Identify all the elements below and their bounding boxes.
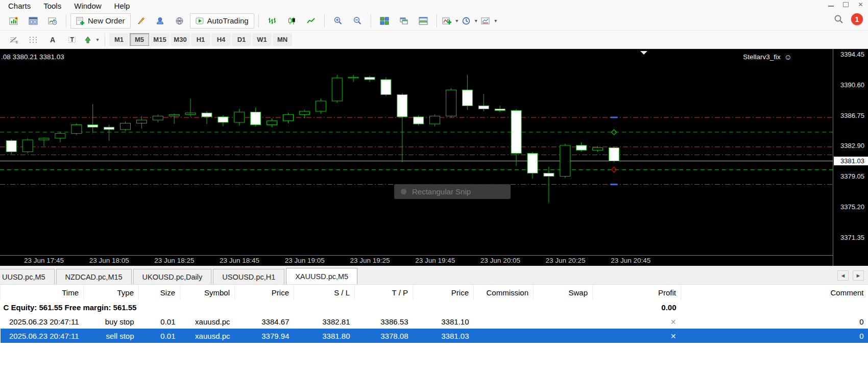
- order-row[interactable]: 2025.06.23 20:47:11sell stop0.01xauusd.p…: [1, 329, 868, 343]
- search-icon[interactable]: [834, 14, 844, 24]
- new-order-label: New Order: [88, 16, 125, 25]
- periods-button[interactable]: ▾: [461, 13, 479, 29]
- tile-horizontal-button[interactable]: [414, 13, 432, 29]
- order-type: buy stop: [84, 314, 139, 329]
- time-axis[interactable]: 23 Jun 17:4523 Jun 18:0523 Jun 18:2523 J…: [0, 256, 833, 266]
- order-commission: [474, 329, 534, 343]
- order-price: 3379.94: [235, 329, 294, 343]
- grid-button[interactable]: [24, 32, 42, 47]
- timeframe-button-m30[interactable]: M30: [171, 33, 190, 46]
- label-tool-button[interactable]: T: [63, 32, 81, 47]
- order-row[interactable]: 2025.06.23 20:47:11buy stop0.01xauusd.pc…: [1, 314, 868, 329]
- line-chart-mode-button[interactable]: [302, 13, 320, 29]
- candle-body-down: [462, 90, 472, 106]
- candle-body-down: [609, 148, 619, 161]
- profiles-icon: [29, 17, 38, 25]
- tab-scroll-right-icon[interactable]: ►: [853, 270, 864, 281]
- candle-body-up: [234, 112, 245, 122]
- price-axis-label: 3379.05: [840, 172, 864, 180]
- chart-tab-uusd-pc-m5[interactable]: UUSD.pc,M5: [0, 269, 55, 284]
- menu-items: ChartsToolsWindowHelp: [8, 1, 142, 11]
- timeframe-button-h4[interactable]: H4: [211, 33, 231, 46]
- new-chart-icon: [9, 17, 18, 25]
- candle-body-up: [55, 134, 65, 138]
- toolbar-separator: [66, 14, 66, 28]
- fibonacci-retracement-button[interactable]: E: [5, 32, 23, 47]
- close-button[interactable]: ✕: [857, 2, 864, 8]
- maximize-icon: [843, 2, 849, 7]
- toolbar-separator: [324, 14, 325, 28]
- delete-order-button[interactable]: ✕: [670, 318, 677, 326]
- menu-item-charts[interactable]: Charts: [8, 1, 37, 11]
- candle-body-up: [120, 123, 131, 129]
- indicators-dropdown-arrow-icon[interactable]: ▾: [455, 18, 458, 23]
- chart-tab-nzdcad-pc-m15[interactable]: NZDCAD.pc,M15: [56, 269, 132, 284]
- cascade-windows-button[interactable]: [395, 13, 413, 29]
- indicators-button[interactable]: ▾: [441, 13, 460, 29]
- new-chart-button[interactable]: [5, 13, 23, 29]
- fibonacci-retracement-icon: E: [9, 36, 18, 44]
- candle-body-up: [267, 121, 277, 125]
- tile-windows-button[interactable]: [375, 13, 394, 29]
- time-axis-label: 23 Jun 19:45: [402, 257, 468, 264]
- zoom-in-button[interactable]: [329, 13, 347, 29]
- text-tool-button[interactable]: A: [43, 32, 62, 47]
- price-axis-label: 3390.60: [840, 81, 864, 89]
- candle-body-down: [381, 80, 391, 95]
- tab-scroll-controls: ◄ ►: [837, 270, 864, 281]
- notifications-badge[interactable]: 1: [851, 13, 863, 25]
- toolbar-separator: [371, 14, 371, 28]
- timeframe-button-m1[interactable]: M1: [109, 33, 129, 46]
- maximize-button[interactable]: [842, 2, 849, 8]
- arrows-tool-button[interactable]: ▾: [82, 32, 101, 47]
- menu-item-help[interactable]: Help: [114, 1, 137, 11]
- candle-body-down: [251, 112, 261, 125]
- new-order-button[interactable]: New Order: [70, 13, 131, 29]
- timeframe-button-m15[interactable]: M15: [150, 33, 170, 46]
- timeframe-button-h1[interactable]: H1: [191, 33, 210, 46]
- expert-advisors-button[interactable]: [151, 13, 170, 29]
- toolbar-separator: [437, 14, 437, 28]
- time-axis-label: 23 Jun 19:05: [272, 257, 338, 264]
- order-symbol: xauusd.pc: [180, 314, 235, 329]
- templates-dropdown-arrow-icon[interactable]: ▾: [494, 18, 497, 23]
- menu-item-window[interactable]: Window: [74, 1, 108, 11]
- zoom-out-button[interactable]: [348, 13, 367, 29]
- arrows-dropdown-arrow-icon[interactable]: ▾: [96, 37, 99, 42]
- candlestick-mode-button[interactable]: [282, 13, 301, 29]
- market-watch-button[interactable]: [43, 13, 62, 29]
- candle-body-down: [202, 113, 212, 117]
- order-marker-tick-icon: [611, 117, 618, 118]
- timeframe-button-d1[interactable]: D1: [232, 33, 251, 46]
- chart-tab-ukousd-pc-daily[interactable]: UKOUSD.pc,Daily: [133, 269, 212, 284]
- templates-button[interactable]: ▾: [480, 13, 498, 29]
- price-axis-label: 3371.35: [840, 234, 864, 241]
- candle-body-up: [316, 101, 326, 111]
- autotrading-button[interactable]: AutoTrading: [190, 13, 254, 29]
- minimize-button[interactable]: [828, 2, 834, 8]
- profiles-button[interactable]: [24, 13, 42, 29]
- column-header-time: Time: [1, 285, 84, 300]
- delete-order-button[interactable]: ✕: [670, 332, 677, 340]
- tab-scroll-left-icon[interactable]: ◄: [837, 270, 849, 281]
- chart-tab-usousd-pc-h1[interactable]: USOUSD.pc,H1: [213, 269, 284, 284]
- timeframe-button-m5[interactable]: M5: [130, 33, 149, 46]
- candle-body-up: [153, 116, 163, 120]
- globe-icon: [175, 17, 184, 25]
- chart-plot-area[interactable]: .08 3380.21 3381.03 Stellarv3_fix ☺ Rect…: [0, 49, 833, 256]
- community-button[interactable]: [171, 13, 189, 29]
- menu-item-tools[interactable]: Tools: [43, 1, 68, 11]
- column-header-s-l: S / L: [294, 285, 355, 300]
- bar-chart-mode-button[interactable]: [263, 13, 281, 29]
- chart-shift-triangle-icon[interactable]: [640, 51, 647, 55]
- metaeditor-button[interactable]: [132, 13, 150, 29]
- timeframe-button-mn[interactable]: MN: [273, 33, 292, 46]
- candle-body-up: [348, 77, 358, 78]
- column-header-size: Size: [139, 285, 180, 300]
- periods-dropdown-arrow-icon[interactable]: ▾: [475, 18, 477, 23]
- order-sl: 3381.80: [294, 329, 355, 343]
- price-axis[interactable]: 3394.453390.603386.753382.903379.053375.…: [833, 49, 868, 266]
- account-summary-label: C Equity: 561.55 Free margin: 561.55: [1, 300, 593, 314]
- chart-tab-xauusd-pc-m5[interactable]: XAUUSD.pc,M5: [286, 268, 357, 284]
- timeframe-button-w1[interactable]: W1: [252, 33, 272, 46]
